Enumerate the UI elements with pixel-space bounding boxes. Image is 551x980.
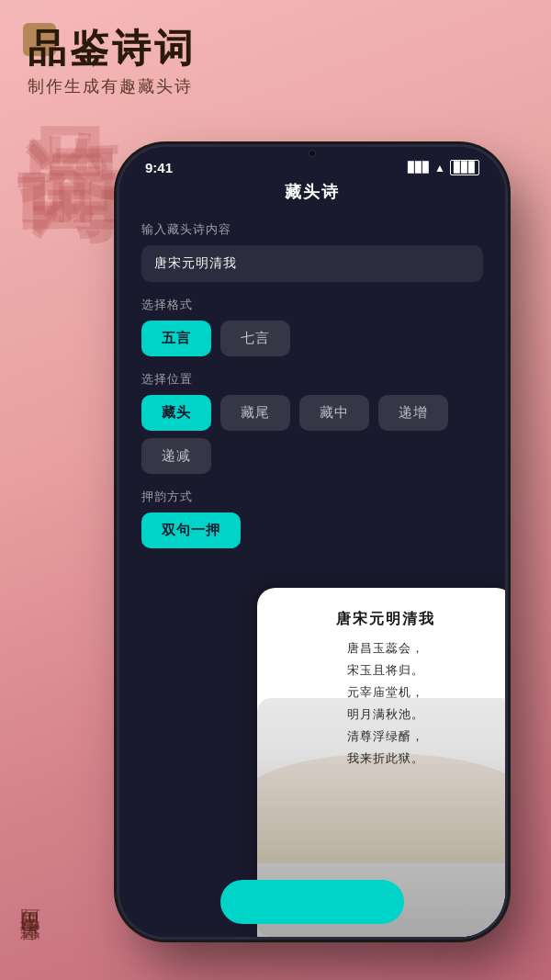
format-buttons: 五言 七言	[141, 321, 483, 356]
signal-icon: ▊▊▊	[408, 162, 430, 174]
generate-button-area[interactable]	[220, 880, 404, 924]
poem-line-6: 我来折此狱。	[276, 750, 496, 767]
status-icons: ▊▊▊ ▲ ▊▊▊	[408, 160, 479, 175]
poem-input[interactable]	[141, 245, 483, 282]
rhyme-buttons: 双句一押	[141, 513, 483, 548]
position-label: 选择位置	[141, 371, 483, 388]
position-btn-zangtou[interactable]: 藏头	[141, 395, 211, 431]
format-btn-wuyan[interactable]: 五言	[141, 321, 211, 356]
poem-line-3: 元宰庙堂机，	[276, 684, 496, 701]
status-time: 9:41	[145, 160, 173, 175]
sidebar-label-7: 体	[17, 905, 44, 907]
rhyme-btn-shuangju[interactable]: 双句一押	[141, 513, 241, 548]
poem-line-2: 宋玉且将归。	[276, 662, 496, 679]
position-btn-dijian[interactable]: 递减	[141, 438, 211, 474]
poem-lines: 唐昌玉蕊会， 宋玉且将归。 元宰庙堂机， 明月满秋池。 清尊浮绿醑， 我来折此狱…	[276, 640, 496, 767]
phone-notch	[276, 147, 349, 160]
position-btn-dizeng[interactable]: 递增	[378, 395, 448, 431]
position-buttons-row2: 递减	[141, 438, 483, 474]
app-title: 品鉴诗词	[28, 28, 197, 70]
position-section: 选择位置 藏头 藏尾 藏中 递增 递减	[141, 371, 483, 474]
format-btn-qiyan[interactable]: 七言	[220, 321, 290, 356]
rhyme-label: 押韵方式	[141, 489, 483, 505]
sidebar-labels: 阿 里 巴 巴 普 惠 体	[17, 894, 44, 907]
app-subtitle: 制作生成有趣藏头诗	[28, 75, 197, 97]
sand-dune	[257, 753, 505, 863]
position-buttons: 藏头 藏尾 藏中 递增	[141, 395, 483, 431]
position-btn-zangzhong[interactable]: 藏中	[299, 395, 369, 431]
poem-line-5: 清尊浮绿醑，	[276, 728, 496, 745]
format-label: 选择格式	[141, 297, 483, 313]
battery-icon: ▊▊▊	[450, 160, 479, 175]
poem-line-4: 明月满秋池。	[276, 706, 496, 723]
format-section: 选择格式 五言 七言	[141, 297, 483, 356]
wifi-icon: ▲	[434, 162, 445, 175]
result-poem-title: 唐宋元明清我	[276, 610, 496, 629]
app-content: 藏头诗 输入藏头诗内容 选择格式 五言 七言 选择位置 藏头	[119, 181, 505, 548]
result-content: 唐宋元明清我 唐昌玉蕊会， 宋玉且将归。 元宰庙堂机， 明月满秋池。 清尊浮绿醑…	[276, 610, 496, 767]
input-label: 输入藏头诗内容	[141, 221, 483, 238]
phone-mockup: 9:41 ▊▊▊ ▲ ▊▊▊ 藏头诗 输入藏头诗内容 选择格式 五言	[119, 147, 551, 955]
rhyme-section: 押韵方式 双句一押	[141, 489, 483, 548]
phone-frame: 9:41 ▊▊▊ ▲ ▊▊▊ 藏头诗 输入藏头诗内容 选择格式 五言	[119, 147, 505, 937]
app-header: 品鉴诗词 制作生成有趣藏头诗	[28, 28, 197, 97]
screen-title: 藏头诗	[141, 181, 483, 203]
poem-line-1: 唐昌玉蕊会，	[276, 640, 496, 657]
phone-screen: 9:41 ▊▊▊ ▲ ▊▊▊ 藏头诗 输入藏头诗内容 选择格式 五言	[119, 147, 505, 937]
position-btn-zangwei[interactable]: 藏尾	[220, 395, 290, 431]
camera-dot	[309, 150, 316, 157]
